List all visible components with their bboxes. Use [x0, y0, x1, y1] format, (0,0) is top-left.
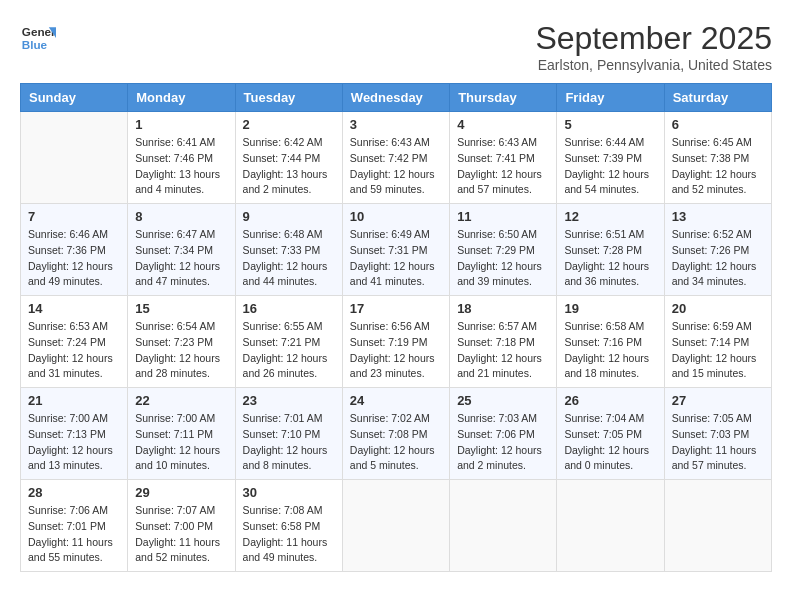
calendar-cell: 12Sunrise: 6:51 AMSunset: 7:28 PMDayligh… [557, 204, 664, 296]
day-number: 20 [672, 301, 764, 316]
calendar-cell: 22Sunrise: 7:00 AMSunset: 7:11 PMDayligh… [128, 388, 235, 480]
day-number: 10 [350, 209, 442, 224]
day-number: 19 [564, 301, 656, 316]
day-info: Sunrise: 7:00 AMSunset: 7:11 PMDaylight:… [135, 411, 227, 474]
day-info: Sunrise: 7:02 AMSunset: 7:08 PMDaylight:… [350, 411, 442, 474]
day-number: 24 [350, 393, 442, 408]
weekday-header-saturday: Saturday [664, 84, 771, 112]
day-info: Sunrise: 6:50 AMSunset: 7:29 PMDaylight:… [457, 227, 549, 290]
day-number: 6 [672, 117, 764, 132]
page-header: General Blue September 2025 Earlston, Pe… [20, 20, 772, 73]
day-info: Sunrise: 6:54 AMSunset: 7:23 PMDaylight:… [135, 319, 227, 382]
day-info: Sunrise: 7:01 AMSunset: 7:10 PMDaylight:… [243, 411, 335, 474]
day-number: 17 [350, 301, 442, 316]
calendar-header: SundayMondayTuesdayWednesdayThursdayFrid… [21, 84, 772, 112]
calendar-cell: 26Sunrise: 7:04 AMSunset: 7:05 PMDayligh… [557, 388, 664, 480]
day-number: 22 [135, 393, 227, 408]
calendar-week-3: 14Sunrise: 6:53 AMSunset: 7:24 PMDayligh… [21, 296, 772, 388]
day-number: 14 [28, 301, 120, 316]
day-info: Sunrise: 6:48 AMSunset: 7:33 PMDaylight:… [243, 227, 335, 290]
calendar-cell: 20Sunrise: 6:59 AMSunset: 7:14 PMDayligh… [664, 296, 771, 388]
day-number: 29 [135, 485, 227, 500]
calendar-cell: 21Sunrise: 7:00 AMSunset: 7:13 PMDayligh… [21, 388, 128, 480]
day-info: Sunrise: 6:41 AMSunset: 7:46 PMDaylight:… [135, 135, 227, 198]
calendar-cell: 5Sunrise: 6:44 AMSunset: 7:39 PMDaylight… [557, 112, 664, 204]
calendar-cell: 16Sunrise: 6:55 AMSunset: 7:21 PMDayligh… [235, 296, 342, 388]
calendar-cell: 8Sunrise: 6:47 AMSunset: 7:34 PMDaylight… [128, 204, 235, 296]
calendar-cell: 30Sunrise: 7:08 AMSunset: 6:58 PMDayligh… [235, 480, 342, 572]
calendar-cell: 17Sunrise: 6:56 AMSunset: 7:19 PMDayligh… [342, 296, 449, 388]
day-info: Sunrise: 6:49 AMSunset: 7:31 PMDaylight:… [350, 227, 442, 290]
day-info: Sunrise: 6:58 AMSunset: 7:16 PMDaylight:… [564, 319, 656, 382]
day-number: 8 [135, 209, 227, 224]
day-info: Sunrise: 6:46 AMSunset: 7:36 PMDaylight:… [28, 227, 120, 290]
calendar-cell: 3Sunrise: 6:43 AMSunset: 7:42 PMDaylight… [342, 112, 449, 204]
day-number: 5 [564, 117, 656, 132]
calendar-cell [21, 112, 128, 204]
calendar-week-1: 1Sunrise: 6:41 AMSunset: 7:46 PMDaylight… [21, 112, 772, 204]
day-info: Sunrise: 6:44 AMSunset: 7:39 PMDaylight:… [564, 135, 656, 198]
day-number: 4 [457, 117, 549, 132]
weekday-header-wednesday: Wednesday [342, 84, 449, 112]
day-info: Sunrise: 7:06 AMSunset: 7:01 PMDaylight:… [28, 503, 120, 566]
calendar-cell: 25Sunrise: 7:03 AMSunset: 7:06 PMDayligh… [450, 388, 557, 480]
day-number: 23 [243, 393, 335, 408]
calendar-cell: 10Sunrise: 6:49 AMSunset: 7:31 PMDayligh… [342, 204, 449, 296]
calendar-table: SundayMondayTuesdayWednesdayThursdayFrid… [20, 83, 772, 572]
svg-text:Blue: Blue [22, 38, 48, 51]
day-info: Sunrise: 7:07 AMSunset: 7:00 PMDaylight:… [135, 503, 227, 566]
calendar-cell: 14Sunrise: 6:53 AMSunset: 7:24 PMDayligh… [21, 296, 128, 388]
day-number: 13 [672, 209, 764, 224]
location-subtitle: Earlston, Pennsylvania, United States [535, 57, 772, 73]
calendar-cell: 4Sunrise: 6:43 AMSunset: 7:41 PMDaylight… [450, 112, 557, 204]
day-info: Sunrise: 6:56 AMSunset: 7:19 PMDaylight:… [350, 319, 442, 382]
calendar-cell: 18Sunrise: 6:57 AMSunset: 7:18 PMDayligh… [450, 296, 557, 388]
day-number: 26 [564, 393, 656, 408]
calendar-cell: 29Sunrise: 7:07 AMSunset: 7:00 PMDayligh… [128, 480, 235, 572]
weekday-header-monday: Monday [128, 84, 235, 112]
day-number: 27 [672, 393, 764, 408]
weekday-header-sunday: Sunday [21, 84, 128, 112]
day-number: 28 [28, 485, 120, 500]
calendar-cell: 1Sunrise: 6:41 AMSunset: 7:46 PMDaylight… [128, 112, 235, 204]
logo: General Blue [20, 20, 56, 56]
day-info: Sunrise: 7:04 AMSunset: 7:05 PMDaylight:… [564, 411, 656, 474]
calendar-cell: 13Sunrise: 6:52 AMSunset: 7:26 PMDayligh… [664, 204, 771, 296]
logo-icon: General Blue [20, 20, 56, 56]
calendar-cell [450, 480, 557, 572]
day-number: 1 [135, 117, 227, 132]
day-number: 15 [135, 301, 227, 316]
month-title: September 2025 [535, 20, 772, 57]
day-number: 21 [28, 393, 120, 408]
day-info: Sunrise: 6:43 AMSunset: 7:41 PMDaylight:… [457, 135, 549, 198]
calendar-cell [664, 480, 771, 572]
day-info: Sunrise: 6:42 AMSunset: 7:44 PMDaylight:… [243, 135, 335, 198]
day-number: 25 [457, 393, 549, 408]
weekday-header-thursday: Thursday [450, 84, 557, 112]
day-number: 18 [457, 301, 549, 316]
day-info: Sunrise: 7:00 AMSunset: 7:13 PMDaylight:… [28, 411, 120, 474]
calendar-cell: 6Sunrise: 6:45 AMSunset: 7:38 PMDaylight… [664, 112, 771, 204]
day-info: Sunrise: 6:51 AMSunset: 7:28 PMDaylight:… [564, 227, 656, 290]
day-info: Sunrise: 6:47 AMSunset: 7:34 PMDaylight:… [135, 227, 227, 290]
calendar-cell: 15Sunrise: 6:54 AMSunset: 7:23 PMDayligh… [128, 296, 235, 388]
day-info: Sunrise: 6:55 AMSunset: 7:21 PMDaylight:… [243, 319, 335, 382]
calendar-week-4: 21Sunrise: 7:00 AMSunset: 7:13 PMDayligh… [21, 388, 772, 480]
calendar-week-5: 28Sunrise: 7:06 AMSunset: 7:01 PMDayligh… [21, 480, 772, 572]
calendar-cell: 23Sunrise: 7:01 AMSunset: 7:10 PMDayligh… [235, 388, 342, 480]
day-info: Sunrise: 6:53 AMSunset: 7:24 PMDaylight:… [28, 319, 120, 382]
day-number: 11 [457, 209, 549, 224]
calendar-cell: 11Sunrise: 6:50 AMSunset: 7:29 PMDayligh… [450, 204, 557, 296]
calendar-body: 1Sunrise: 6:41 AMSunset: 7:46 PMDaylight… [21, 112, 772, 572]
calendar-week-2: 7Sunrise: 6:46 AMSunset: 7:36 PMDaylight… [21, 204, 772, 296]
day-info: Sunrise: 6:59 AMSunset: 7:14 PMDaylight:… [672, 319, 764, 382]
calendar-cell: 7Sunrise: 6:46 AMSunset: 7:36 PMDaylight… [21, 204, 128, 296]
calendar-cell: 9Sunrise: 6:48 AMSunset: 7:33 PMDaylight… [235, 204, 342, 296]
calendar-cell: 2Sunrise: 6:42 AMSunset: 7:44 PMDaylight… [235, 112, 342, 204]
weekday-header-tuesday: Tuesday [235, 84, 342, 112]
day-number: 3 [350, 117, 442, 132]
day-info: Sunrise: 6:45 AMSunset: 7:38 PMDaylight:… [672, 135, 764, 198]
calendar-cell [557, 480, 664, 572]
weekday-row: SundayMondayTuesdayWednesdayThursdayFrid… [21, 84, 772, 112]
svg-text:General: General [22, 25, 56, 38]
